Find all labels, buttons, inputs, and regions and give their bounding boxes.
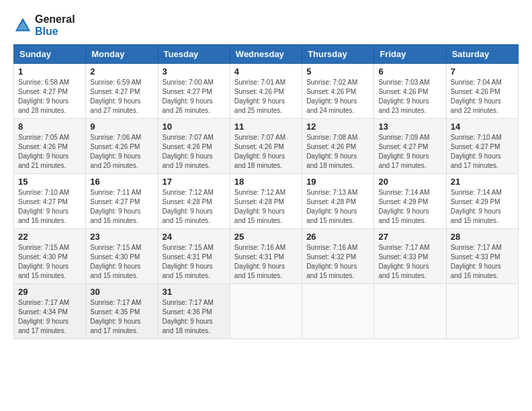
cell-day-number: 13: [378, 122, 441, 132]
cell-sunset: Sunset: 4:26 PM: [90, 142, 153, 152]
cell-day-number: 9: [90, 122, 153, 132]
cell-sunset: Sunset: 4:28 PM: [234, 197, 298, 207]
cell-day-number: 6: [378, 66, 441, 77]
calendar-week-5: 29 Sunrise: 7:17 AM Sunset: 4:34 PM Dayl…: [14, 284, 519, 339]
calendar-cell: [446, 284, 518, 339]
weekday-header-tuesday: Tuesday: [158, 45, 230, 64]
cell-day-number: 8: [18, 122, 81, 132]
cell-day-number: 30: [90, 287, 153, 297]
cell-sunset: Sunset: 4:31 PM: [163, 253, 226, 262]
cell-sunrise: Sunrise: 7:04 AM: [451, 78, 514, 87]
cell-sunrise: Sunrise: 7:15 AM: [90, 243, 153, 253]
cell-sunset: Sunset: 4:34 PM: [18, 308, 81, 317]
calendar-week-1: 1 Sunrise: 6:58 AM Sunset: 4:27 PM Dayli…: [14, 64, 519, 119]
calendar-cell: 29 Sunrise: 7:17 AM Sunset: 4:34 PM Dayl…: [14, 284, 86, 339]
cell-sunset: Sunset: 4:29 PM: [378, 197, 441, 207]
cell-sunrise: Sunrise: 7:16 AM: [306, 243, 369, 253]
cell-daylight: Daylight: 9 hours and 15 minutes.: [378, 262, 441, 281]
cell-day-number: 7: [451, 66, 514, 77]
cell-sunset: Sunset: 4:29 PM: [451, 197, 514, 207]
cell-sunset: Sunset: 4:26 PM: [378, 87, 441, 97]
cell-daylight: Daylight: 9 hours and 17 minutes.: [90, 317, 153, 336]
cell-daylight: Daylight: 9 hours and 20 minutes.: [90, 152, 153, 171]
calendar-cell: 26 Sunrise: 7:16 AM Sunset: 4:32 PM Dayl…: [302, 229, 374, 284]
cell-day-number: 3: [163, 66, 226, 77]
calendar-cell: 17 Sunrise: 7:12 AM Sunset: 4:28 PM Dayl…: [158, 174, 230, 229]
calendar-week-2: 8 Sunrise: 7:05 AM Sunset: 4:26 PM Dayli…: [14, 119, 519, 174]
cell-sunrise: Sunrise: 7:06 AM: [90, 133, 153, 142]
cell-sunrise: Sunrise: 7:14 AM: [378, 188, 441, 197]
calendar-cell: 27 Sunrise: 7:17 AM Sunset: 4:33 PM Dayl…: [374, 229, 446, 284]
calendar-cell: 28 Sunrise: 7:17 AM Sunset: 4:33 PM Dayl…: [446, 229, 518, 284]
calendar-cell: 2 Sunrise: 6:59 AM Sunset: 4:27 PM Dayli…: [86, 64, 158, 119]
calendar-week-4: 22 Sunrise: 7:15 AM Sunset: 4:30 PM Dayl…: [14, 229, 519, 284]
cell-day-number: 17: [163, 177, 226, 187]
cell-sunrise: Sunrise: 7:10 AM: [18, 188, 81, 197]
cell-sunset: Sunset: 4:31 PM: [234, 253, 298, 262]
cell-day-number: 1: [18, 66, 81, 77]
cell-daylight: Daylight: 9 hours and 15 minutes.: [163, 207, 226, 226]
cell-daylight: Daylight: 9 hours and 17 minutes.: [18, 317, 81, 336]
cell-daylight: Daylight: 9 hours and 27 minutes.: [90, 97, 153, 116]
calendar-table: SundayMondayTuesdayWednesdayThursdayFrid…: [13, 44, 519, 339]
cell-day-number: 2: [90, 66, 153, 77]
weekday-header-thursday: Thursday: [302, 45, 374, 64]
calendar-cell: 3 Sunrise: 7:00 AM Sunset: 4:27 PM Dayli…: [158, 64, 230, 119]
cell-sunrise: Sunrise: 7:08 AM: [306, 133, 369, 142]
cell-sunrise: Sunrise: 7:09 AM: [378, 133, 441, 142]
cell-daylight: Daylight: 9 hours and 15 minutes.: [378, 207, 441, 226]
cell-daylight: Daylight: 9 hours and 16 minutes.: [90, 207, 153, 226]
cell-daylight: Daylight: 9 hours and 15 minutes.: [163, 262, 226, 281]
cell-sunset: Sunset: 4:33 PM: [451, 253, 514, 262]
logo: General Blue: [13, 13, 75, 38]
cell-daylight: Daylight: 9 hours and 28 minutes.: [18, 97, 81, 116]
cell-day-number: 12: [306, 122, 369, 132]
cell-day-number: 19: [306, 177, 369, 187]
cell-sunset: Sunset: 4:28 PM: [306, 197, 369, 207]
cell-daylight: Daylight: 9 hours and 18 minutes.: [163, 317, 226, 336]
calendar-cell: 9 Sunrise: 7:06 AM Sunset: 4:26 PM Dayli…: [86, 119, 158, 174]
weekday-header-saturday: Saturday: [446, 45, 518, 64]
cell-sunset: Sunset: 4:27 PM: [18, 87, 81, 97]
cell-daylight: Daylight: 9 hours and 16 minutes.: [18, 207, 81, 226]
cell-sunset: Sunset: 4:30 PM: [90, 253, 153, 262]
cell-sunrise: Sunrise: 7:17 AM: [90, 298, 153, 308]
cell-daylight: Daylight: 9 hours and 19 minutes.: [163, 152, 226, 171]
page-container: General Blue SundayMondayTuesdayWednesda…: [13, 13, 519, 339]
calendar-cell: 19 Sunrise: 7:13 AM Sunset: 4:28 PM Dayl…: [302, 174, 374, 229]
cell-day-number: 15: [18, 177, 81, 187]
cell-day-number: 20: [378, 177, 441, 187]
weekday-header-friday: Friday: [374, 45, 446, 64]
cell-daylight: Daylight: 9 hours and 17 minutes.: [451, 152, 514, 171]
cell-sunrise: Sunrise: 7:10 AM: [451, 133, 514, 142]
cell-daylight: Daylight: 9 hours and 16 minutes.: [451, 262, 514, 281]
cell-day-number: 28: [451, 232, 514, 242]
cell-sunrise: Sunrise: 7:16 AM: [234, 243, 298, 253]
cell-daylight: Daylight: 9 hours and 23 minutes.: [378, 97, 441, 116]
cell-sunrise: Sunrise: 7:03 AM: [378, 78, 441, 87]
cell-sunrise: Sunrise: 7:15 AM: [163, 243, 226, 253]
cell-sunset: Sunset: 4:27 PM: [90, 87, 153, 97]
cell-day-number: 23: [90, 232, 153, 242]
calendar-cell: 23 Sunrise: 7:15 AM Sunset: 4:30 PM Dayl…: [86, 229, 158, 284]
calendar-cell: 15 Sunrise: 7:10 AM Sunset: 4:27 PM Dayl…: [14, 174, 86, 229]
cell-day-number: 10: [163, 122, 226, 132]
cell-sunset: Sunset: 4:27 PM: [163, 87, 226, 97]
cell-sunrise: Sunrise: 7:12 AM: [163, 188, 226, 197]
weekday-header-sunday: Sunday: [14, 45, 86, 64]
calendar-cell: 7 Sunrise: 7:04 AM Sunset: 4:26 PM Dayli…: [446, 64, 518, 119]
cell-day-number: 14: [451, 122, 514, 132]
cell-daylight: Daylight: 9 hours and 15 minutes.: [306, 207, 369, 226]
cell-day-number: 16: [90, 177, 153, 187]
calendar-cell: 8 Sunrise: 7:05 AM Sunset: 4:26 PM Dayli…: [14, 119, 86, 174]
cell-sunset: Sunset: 4:36 PM: [163, 308, 226, 317]
cell-sunset: Sunset: 4:26 PM: [163, 142, 226, 152]
cell-sunrise: Sunrise: 7:14 AM: [451, 188, 514, 197]
cell-daylight: Daylight: 9 hours and 18 minutes.: [306, 152, 369, 171]
cell-sunset: Sunset: 4:26 PM: [306, 142, 369, 152]
cell-sunrise: Sunrise: 7:07 AM: [234, 133, 298, 142]
cell-daylight: Daylight: 9 hours and 21 minutes.: [18, 152, 81, 171]
cell-daylight: Daylight: 9 hours and 17 minutes.: [378, 152, 441, 171]
calendar-cell: 13 Sunrise: 7:09 AM Sunset: 4:27 PM Dayl…: [374, 119, 446, 174]
cell-day-number: 11: [234, 122, 298, 132]
